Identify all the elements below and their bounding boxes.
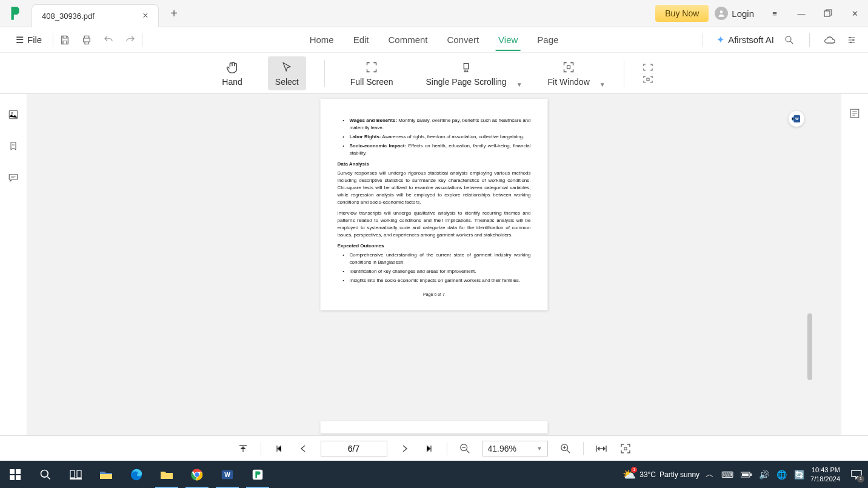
file-label: File <box>27 35 42 45</box>
save-icon[interactable] <box>58 33 72 47</box>
comments-icon[interactable] <box>6 170 21 185</box>
prev-page-icon[interactable] <box>296 442 310 455</box>
zoom-in-icon[interactable] <box>559 442 572 455</box>
svg-text:W: W <box>795 117 799 121</box>
bullet-list-b: Comprehensive understanding of the curre… <box>338 252 531 284</box>
notifications-icon[interactable]: 1 <box>850 468 863 481</box>
page-scrolling-dropdown[interactable]: Single Page Scrolling ▼ <box>419 56 522 90</box>
weather-badge: 1 <box>631 467 637 473</box>
page-input[interactable] <box>321 441 387 456</box>
heading-outcomes: Expected Outcomes <box>338 242 531 250</box>
next-page-icon[interactable] <box>398 442 412 455</box>
bullet-text: Insights into the socio-economic impacts… <box>350 277 531 284</box>
bullet-text: Comprehensive understanding of the curre… <box>350 252 531 266</box>
svg-point-2 <box>786 36 791 42</box>
tray-chevron-icon[interactable]: ︿ <box>706 469 714 480</box>
chrome-icon[interactable] <box>182 461 212 488</box>
properties-icon[interactable] <box>847 106 862 121</box>
minimize-icon[interactable]: — <box>793 5 810 22</box>
ai-label: Afirstsoft AI <box>728 35 774 45</box>
divider <box>624 60 624 87</box>
zoom-select[interactable]: 41.96% ▼ <box>482 441 548 456</box>
buy-now-button[interactable]: Buy Now <box>655 5 709 22</box>
word-icon[interactable]: W <box>212 461 242 488</box>
battery-icon[interactable] <box>741 470 752 480</box>
redo-icon[interactable] <box>124 33 137 47</box>
menu-home[interactable]: Home <box>307 30 336 50</box>
search-taskbar-icon[interactable] <box>30 461 61 488</box>
extra-view-icons[interactable] <box>643 63 653 84</box>
weather-desc: Partly sunny <box>659 470 699 479</box>
network-icon[interactable]: 🌐 <box>776 470 787 480</box>
folder-icon[interactable] <box>152 461 182 488</box>
fullscreen-icon <box>366 60 378 75</box>
restore-icon[interactable] <box>820 5 836 22</box>
menu-edit[interactable]: Edit <box>351 30 372 50</box>
fit-width-icon[interactable] <box>595 442 608 455</box>
fit-window-dropdown[interactable]: Fit Window ▼ <box>541 56 606 90</box>
new-tab-button[interactable]: + <box>165 4 183 22</box>
last-page-icon[interactable] <box>422 442 436 455</box>
divider <box>703 33 703 47</box>
svg-point-4 <box>852 39 854 41</box>
divider <box>142 33 142 47</box>
zoom-out-icon[interactable] <box>458 442 472 455</box>
divider <box>261 442 261 455</box>
weather-widget[interactable]: ⛅1 33°C Partly sunny <box>623 468 699 481</box>
fit-page-icon[interactable] <box>619 442 632 455</box>
bullet-list-a: Wages and Benefits: Monthly salary, over… <box>338 117 531 157</box>
menu-view[interactable]: View <box>496 30 520 50</box>
expand-bottom-icon[interactable] <box>643 75 653 84</box>
close-tab-icon[interactable]: × <box>140 10 151 21</box>
settings-icon[interactable] <box>845 33 858 47</box>
login-label: Login <box>732 8 754 19</box>
hand-tool[interactable]: Hand <box>215 56 249 90</box>
notif-badge: 1 <box>857 475 864 483</box>
right-sidebar <box>841 94 868 461</box>
scrollbar-thumb[interactable] <box>807 313 812 380</box>
volume-icon[interactable]: 🔊 <box>759 470 769 480</box>
sync-icon[interactable]: 🔄 <box>794 470 804 480</box>
menu-convert[interactable]: Convert <box>445 30 482 50</box>
chevron-down-icon: ▼ <box>537 446 542 452</box>
bullet-label: Wages and Benefits: <box>350 118 397 123</box>
login-button[interactable]: Login <box>715 7 754 20</box>
svg-rect-18 <box>16 469 21 474</box>
first-page-icon[interactable] <box>272 442 285 455</box>
chevron-down-icon: ▼ <box>516 81 522 88</box>
print-icon[interactable] <box>80 33 93 47</box>
svg-rect-16 <box>624 447 627 450</box>
fullscreen-tool[interactable]: Full Screen <box>343 56 401 90</box>
menu-comment[interactable]: Comment <box>386 30 430 50</box>
pdf-app-icon[interactable] <box>242 461 273 488</box>
cloud-icon[interactable] <box>823 33 836 47</box>
thumbnails-icon[interactable] <box>6 107 21 122</box>
ai-button[interactable]: ✦ Afirstsoft AI <box>716 34 774 45</box>
keyboard-icon[interactable]: ⌨ <box>721 470 733 480</box>
expand-top-icon[interactable] <box>643 63 653 72</box>
file-menu[interactable]: ☰ File <box>10 35 48 45</box>
select-tool[interactable]: Select <box>268 56 306 90</box>
close-window-icon[interactable]: ✕ <box>846 5 863 22</box>
left-sidebar <box>0 94 27 461</box>
bookmark-icon[interactable] <box>6 139 21 153</box>
svg-rect-22 <box>70 470 75 478</box>
svg-rect-32 <box>742 473 749 476</box>
document-tab[interactable]: 408_30936.pdf × <box>32 4 159 27</box>
edge-icon[interactable] <box>121 461 152 488</box>
word-export-icon[interactable]: W <box>789 111 804 127</box>
svg-rect-23 <box>77 470 81 478</box>
clock[interactable]: 10:43 PM 7/18/2024 <box>810 466 840 483</box>
task-view-icon[interactable] <box>61 461 91 488</box>
undo-icon[interactable] <box>102 33 115 47</box>
svg-rect-33 <box>750 473 752 476</box>
search-icon[interactable] <box>783 33 796 47</box>
select-label: Select <box>275 77 299 87</box>
start-button[interactable] <box>0 461 30 488</box>
menu-page[interactable]: Page <box>535 30 561 50</box>
scroll-top-icon[interactable] <box>236 442 250 455</box>
file-explorer-icon[interactable] <box>91 461 121 488</box>
document-canvas[interactable]: Wages and Benefits: Monthly salary, over… <box>27 94 841 461</box>
hamburger-icon[interactable]: ≡ <box>766 5 783 22</box>
zoom-value: 41.96% <box>488 444 516 453</box>
